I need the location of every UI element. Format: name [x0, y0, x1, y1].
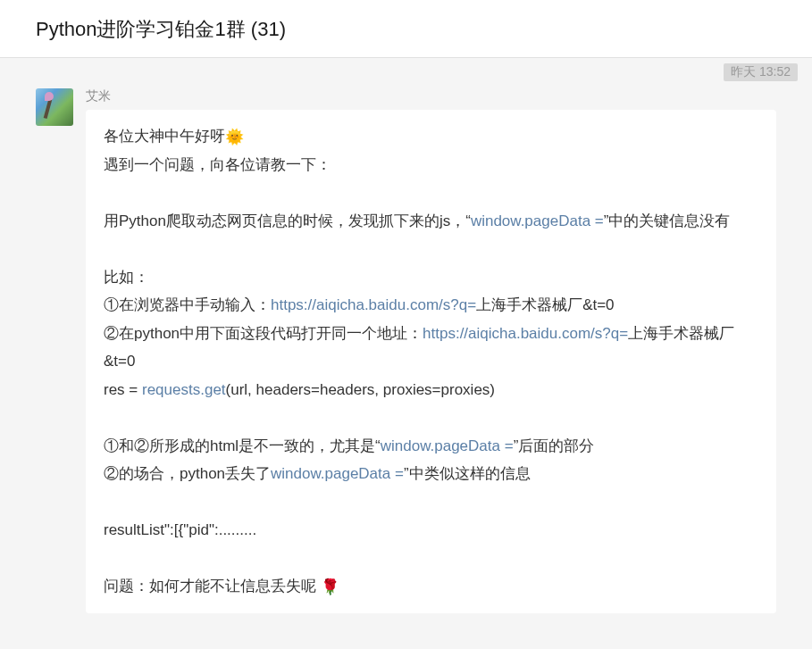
avatar[interactable]: [36, 88, 73, 126]
pagedata-link-2[interactable]: window.pageData =: [381, 437, 514, 454]
timestamp-badge: 昨天 13:52: [724, 63, 798, 81]
line-desc: 用Python爬取动态网页信息的时候，发现抓下来的js，“window.page…: [104, 207, 758, 235]
line-result: resultList":[{"pid":.........: [104, 516, 758, 544]
blank-line: [104, 404, 758, 431]
line-eg: 比如：: [104, 263, 758, 291]
blank-line: [104, 544, 758, 571]
rose-emoji: 🌹: [321, 573, 339, 601]
line-code: res = requests.get(url, headers=headers,…: [104, 376, 758, 404]
url-link-2[interactable]: https://aiqicha.baidu.com/s?q=: [423, 325, 628, 342]
requests-get-link[interactable]: requests.get: [142, 381, 226, 398]
pagedata-link[interactable]: window.pageData =: [471, 212, 604, 229]
blank-line: [104, 236, 758, 263]
line-greeting: 各位大神中午好呀🌞: [104, 122, 758, 151]
sender-name[interactable]: 艾米: [86, 88, 776, 104]
line-intro: 遇到一个问题，向各位请教一下：: [104, 151, 758, 179]
pagedata-link-3[interactable]: window.pageData =: [271, 465, 404, 482]
message-column: 艾米 各位大神中午好呀🌞 遇到一个问题，向各位请教一下： 用Python爬取动态…: [86, 88, 776, 613]
message-bubble: 各位大神中午好呀🌞 遇到一个问题，向各位请教一下： 用Python爬取动态网页信…: [86, 110, 776, 613]
blank-line: [104, 179, 758, 207]
line-step1: ①在浏览器中手动输入：https://aiqicha.baidu.com/s?q…: [104, 291, 758, 319]
line-question: 问题：如何才能不让信息丢失呢 🌹: [104, 572, 758, 601]
message-row: 艾米 各位大神中午好呀🌞 遇到一个问题，向各位请教一下： 用Python爬取动态…: [0, 58, 812, 613]
line-step2: ②在python中用下面这段代码打开同一个地址：https://aiqicha.…: [104, 320, 758, 376]
url-link-1[interactable]: https://aiqicha.baidu.com/s?q=: [271, 296, 476, 313]
line-compare: ①和②所形成的html是不一致的，尤其是“window.pageData =”后…: [104, 432, 758, 460]
sun-emoji: 🌞: [225, 123, 244, 151]
chat-header: Python进阶学习铂金1群 (31): [0, 0, 812, 58]
line-loss: ②的场合，python丢失了window.pageData =”中类似这样的信息: [104, 460, 758, 487]
chat-area: 昨天 13:52 艾米 各位大神中午好呀🌞 遇到一个问题，向各位请教一下： 用P…: [0, 58, 812, 613]
blank-line: [104, 487, 758, 515]
chat-title: Python进阶学习铂金1群 (31): [36, 18, 286, 40]
